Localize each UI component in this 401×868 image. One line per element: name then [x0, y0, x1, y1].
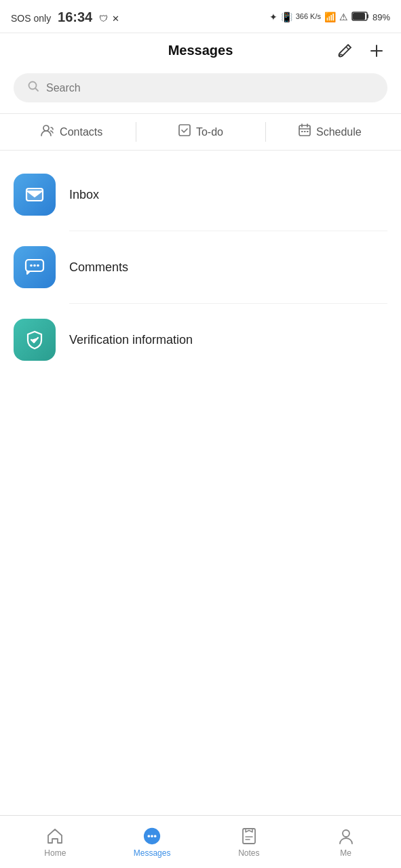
home-nav-label: Home: [44, 848, 66, 858]
tab-todo-label: To-do: [196, 126, 223, 138]
svg-rect-6: [299, 125, 310, 136]
tabs-row: Contacts To-do Schedule: [0, 114, 401, 151]
header-actions: [333, 39, 387, 62]
svg-point-13: [30, 264, 33, 267]
contacts-icon: [40, 123, 55, 140]
list-divider-2: [69, 303, 387, 304]
notes-nav-label: Notes: [238, 848, 259, 858]
nav-home[interactable]: Home: [7, 821, 104, 863]
list-item-inbox[interactable]: Inbox: [14, 161, 387, 228]
main-content: Inbox Comments: [0, 151, 401, 445]
verification-icon-box: [14, 319, 56, 361]
status-left: SOS only 16:34 🛡 ✕: [11, 9, 119, 25]
comments-label: Comments: [69, 260, 128, 275]
me-icon: [337, 827, 356, 846]
battery-text: 89%: [373, 12, 390, 22]
brush-button[interactable]: [333, 39, 356, 62]
comments-icon-box: [14, 246, 56, 288]
network-text: 366 K/s: [296, 12, 321, 21]
header: Messages: [0, 33, 401, 68]
home-icon: [45, 827, 64, 846]
svg-rect-1: [367, 14, 368, 18]
search-icon: [27, 80, 39, 96]
svg-rect-9: [307, 131, 309, 132]
location-icon: 🛡: [99, 14, 108, 24]
bluetooth-icon: ✦: [269, 12, 278, 22]
inbox-icon: [24, 184, 45, 205]
nav-me[interactable]: Me: [297, 821, 394, 863]
tab-contacts[interactable]: Contacts: [7, 114, 136, 150]
inbox-label: Inbox: [69, 188, 99, 202]
status-right: ✦ 📳 366 K/s 📶 ⚠ 89%: [269, 12, 390, 23]
alert-icon: ⚠: [339, 12, 348, 22]
shield-icon: [24, 329, 45, 351]
battery-icon: [351, 12, 369, 23]
status-bar: SOS only 16:34 🛡 ✕ ✦ 📳 366 K/s 📶 ⚠ 89%: [0, 0, 401, 33]
messages-nav-label: Messages: [134, 848, 171, 858]
vibrate-icon: 📳: [281, 12, 292, 22]
list-divider-1: [69, 231, 387, 231]
svg-rect-8: [304, 131, 306, 132]
todo-icon: [178, 123, 191, 140]
add-button[interactable]: [366, 40, 387, 62]
x-icon: ✕: [112, 14, 119, 24]
wifi-icon: 📶: [324, 12, 336, 22]
notes-icon: [240, 827, 259, 846]
svg-rect-2: [353, 13, 365, 20]
list-section: Inbox Comments: [0, 151, 401, 384]
svg-point-21: [343, 830, 349, 837]
status-time: 16:34: [58, 9, 92, 24]
bottom-nav: Home Messages Notes: [0, 815, 401, 868]
me-nav-label: Me: [340, 848, 351, 858]
tab-todo[interactable]: To-do: [136, 114, 265, 150]
page-title: Messages: [168, 43, 233, 58]
svg-point-15: [37, 264, 39, 267]
nav-messages[interactable]: Messages: [104, 821, 201, 863]
tab-contacts-label: Contacts: [60, 126, 102, 138]
svg-rect-7: [301, 131, 303, 132]
tab-schedule-label: Schedule: [316, 126, 362, 138]
svg-point-4: [43, 125, 49, 131]
search-bar: [14, 73, 387, 102]
messages-nav-icon: [142, 827, 161, 846]
svg-point-14: [33, 264, 36, 267]
search-input[interactable]: [46, 82, 374, 94]
schedule-icon: [298, 123, 311, 140]
svg-point-18: [151, 835, 153, 837]
nav-notes[interactable]: Notes: [201, 821, 298, 863]
svg-rect-5: [179, 125, 190, 136]
comments-icon: [24, 256, 45, 278]
list-item-comments[interactable]: Comments: [14, 234, 387, 300]
sos-text: SOS only: [11, 13, 51, 24]
search-container: [0, 68, 401, 113]
verification-label: Verification information: [69, 333, 193, 347]
inbox-icon-box: [14, 174, 56, 216]
tab-schedule[interactable]: Schedule: [265, 114, 394, 150]
list-item-verification[interactable]: Verification information: [14, 307, 387, 373]
svg-point-17: [148, 835, 151, 837]
svg-point-19: [154, 835, 157, 837]
